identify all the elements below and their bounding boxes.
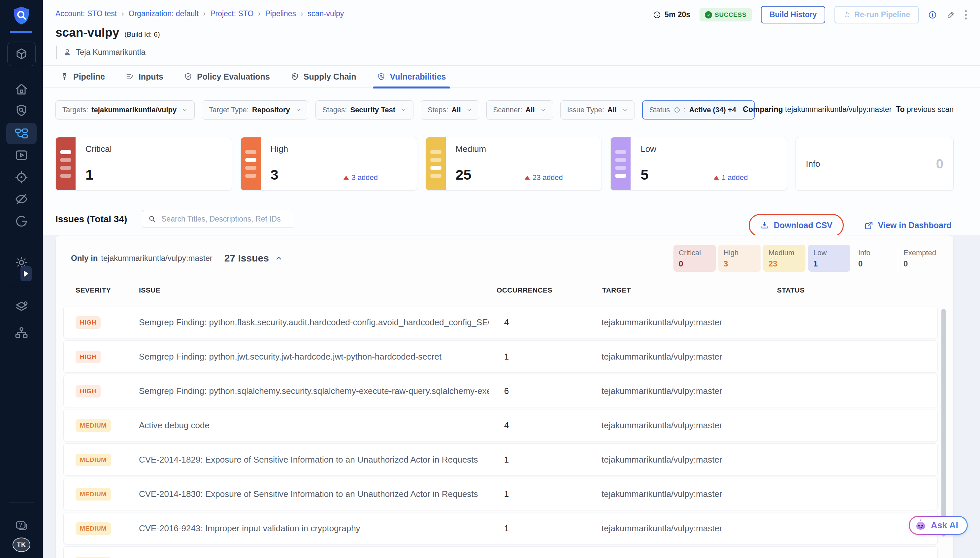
expand-arrow-icon bbox=[24, 271, 28, 277]
breadcrumb-account[interactable]: Account: STO test bbox=[56, 9, 117, 18]
table-row[interactable]: HIGH Semgrep Finding: python.jwt.securit… bbox=[64, 341, 937, 373]
check-circle-icon bbox=[705, 11, 712, 18]
issues-panel: Only in tejakummarikuntla/vulpy:master 2… bbox=[56, 235, 954, 558]
table-scrollbar[interactable] bbox=[941, 309, 946, 537]
sidebar-expand-toggle[interactable] bbox=[20, 266, 32, 281]
sidebar-item-scans[interactable] bbox=[14, 103, 29, 118]
filter-targets[interactable]: Targets:tejakummarikuntla/vulpy bbox=[56, 100, 195, 120]
severity-summary-cards: Critical 1 High 3 3 added Medium 25 23 a… bbox=[56, 137, 954, 190]
table-row[interactable]: HIGH Semgrep Finding: python.flask.secur… bbox=[64, 307, 937, 338]
build-history-button[interactable]: Build History bbox=[761, 6, 825, 23]
filter-steps[interactable]: Steps:All bbox=[421, 100, 479, 120]
issue-target: tejakummarikuntla/vulpy:master bbox=[602, 455, 722, 465]
breadcrumb: Account: STO test› Organization: default… bbox=[56, 9, 344, 18]
tab-inputs[interactable]: Inputs bbox=[125, 66, 163, 87]
edit-pipeline-icon[interactable] bbox=[946, 10, 955, 20]
filter-target-type[interactable]: Target Type:Repository bbox=[202, 100, 308, 120]
added-indicator: 3 added bbox=[344, 173, 378, 182]
page-title-row: scan-vulpy (Build Id: 6) bbox=[56, 26, 160, 39]
severity-badge: MEDIUM bbox=[75, 454, 111, 466]
col-severity: SEVERITY bbox=[75, 286, 111, 294]
chevron-down-icon bbox=[295, 107, 301, 113]
header-actions: 5m 20s SUCCESS Build History Re-run Pipe… bbox=[653, 6, 967, 23]
filter-stages[interactable]: Stages:Security Test bbox=[316, 100, 414, 120]
chevron-up-icon bbox=[275, 254, 283, 262]
only-in-group-header[interactable]: Only in tejakummarikuntla/vulpy:master 2… bbox=[71, 253, 283, 264]
sidebar-item-project-setup[interactable] bbox=[14, 300, 29, 314]
issue-title: Semgrep Finding: python.flask.security.a… bbox=[139, 317, 489, 328]
filter-bar: Targets:tejakummarikuntla/vulpy Target T… bbox=[56, 100, 755, 120]
breadcrumb-pipelines[interactable]: Pipelines bbox=[265, 9, 296, 18]
ai-mascot-icon bbox=[915, 519, 927, 532]
rerun-pipeline-button[interactable]: Re-run Pipeline bbox=[834, 6, 919, 23]
tab-supply-chain[interactable]: Supply Chain bbox=[290, 66, 357, 87]
pipeline-icon bbox=[60, 72, 69, 81]
critical-card: Critical 1 bbox=[56, 137, 232, 190]
filter-issue-type[interactable]: Issue Type:All bbox=[560, 100, 635, 120]
breadcrumb-separator: › bbox=[203, 10, 206, 18]
occurrences-count: 1 bbox=[497, 352, 516, 362]
user-avatar[interactable]: TK bbox=[13, 538, 30, 552]
table-row[interactable]: MEDIUM Active debug code 4 tejakummariku… bbox=[64, 409, 937, 441]
medium-severity-strip-icon bbox=[426, 137, 446, 190]
sidebar-item-overview[interactable] bbox=[14, 214, 29, 228]
ask-ai-button[interactable]: Ask AI bbox=[909, 516, 968, 535]
high-card: High 3 3 added bbox=[241, 137, 417, 190]
added-indicator: 23 added bbox=[525, 173, 563, 182]
occurrences-count: 1 bbox=[497, 489, 516, 499]
breadcrumb-separator: › bbox=[121, 10, 124, 18]
issue-title: CVE-2016-9243: Improper input validation… bbox=[139, 524, 360, 533]
issue-target: tejakummarikuntla/vulpy:master bbox=[602, 524, 722, 533]
filter-status[interactable]: Status : Active (34) +4 bbox=[642, 100, 755, 120]
tab-pipeline[interactable]: Pipeline bbox=[60, 66, 105, 87]
issue-target: tejakummarikuntla/vulpy:master bbox=[602, 317, 722, 328]
occurrences-count: 4 bbox=[497, 420, 516, 430]
shield-check-icon bbox=[184, 72, 193, 81]
sidebar-item-pipelines-active[interactable] bbox=[6, 123, 37, 144]
triangle-up-icon bbox=[525, 176, 530, 180]
build-tabs: Pipeline Inputs Policy Evaluations Suppl… bbox=[43, 66, 980, 88]
person-icon bbox=[63, 48, 72, 57]
info-icon bbox=[674, 107, 681, 113]
triangle-up-icon bbox=[344, 176, 349, 180]
severity-badge: MEDIUM bbox=[75, 488, 111, 501]
search-input[interactable] bbox=[142, 210, 294, 228]
more-options-menu-icon[interactable] bbox=[965, 10, 967, 20]
module-selector-button[interactable] bbox=[7, 42, 36, 66]
sidebar-item-executions[interactable] bbox=[14, 148, 29, 162]
sidebar-item-targets[interactable] bbox=[14, 170, 29, 185]
breadcrumb-current[interactable]: scan-vulpy bbox=[308, 9, 344, 18]
view-in-dashboard-button[interactable]: View in Dashboard bbox=[864, 221, 952, 230]
tab-vulnerabilities[interactable]: Vulnerabilities bbox=[377, 66, 446, 87]
issue-title: CVE-2014-1830: Exposure of Sensitive Inf… bbox=[139, 489, 478, 499]
help-chat-icon[interactable]: ? bbox=[14, 519, 29, 533]
table-row[interactable]: MEDIUM CVE-2014-1830: Exposure of Sensit… bbox=[64, 478, 937, 510]
page-title: scan-vulpy bbox=[56, 26, 119, 39]
severity-badge: HIGH bbox=[75, 351, 101, 363]
filter-scanner[interactable]: Scanner:All bbox=[486, 100, 553, 120]
sidebar-item-exemptions[interactable] bbox=[14, 192, 29, 206]
issue-target: tejakummarikuntla/vulpy:master bbox=[602, 420, 722, 430]
sidebar-item-org-structure[interactable] bbox=[14, 325, 29, 340]
svg-text:?: ? bbox=[19, 522, 23, 528]
tab-policy-evaluations[interactable]: Policy Evaluations bbox=[184, 66, 270, 87]
table-row[interactable]: MEDIUM CVE-2016-9243: Improper input val… bbox=[64, 512, 937, 544]
sto-shield-logo[interactable] bbox=[11, 5, 32, 28]
table-row[interactable]: MEDIUM CVE-2017-11424: PyJWT vulnerable … bbox=[64, 547, 937, 558]
info-icon[interactable] bbox=[928, 10, 937, 20]
breadcrumb-project[interactable]: Project: STO bbox=[210, 9, 254, 18]
issues-actions: Download CSV View in Dashboard bbox=[751, 215, 952, 235]
col-status: STATUS bbox=[777, 286, 805, 294]
table-row[interactable]: HIGH Semgrep Finding: python.sqlalchemy.… bbox=[64, 375, 937, 407]
table-row[interactable]: MEDIUM CVE-2014-1829: Exposure of Sensit… bbox=[64, 444, 937, 476]
inputs-icon bbox=[125, 72, 134, 81]
sidebar-item-home[interactable] bbox=[14, 82, 29, 97]
active-module-indicator bbox=[10, 31, 32, 33]
issue-title: Semgrep Finding: python.sqlalchemy.secur… bbox=[139, 386, 489, 396]
chevron-down-icon bbox=[466, 107, 472, 113]
issue-title: Semgrep Finding: python.jwt.security.jwt… bbox=[139, 352, 442, 362]
download-csv-button[interactable]: Download CSV bbox=[760, 221, 833, 230]
sidebar-divider bbox=[9, 502, 34, 503]
breadcrumb-org[interactable]: Organization: default bbox=[129, 9, 199, 18]
occurrences-count: 6 bbox=[497, 386, 516, 396]
